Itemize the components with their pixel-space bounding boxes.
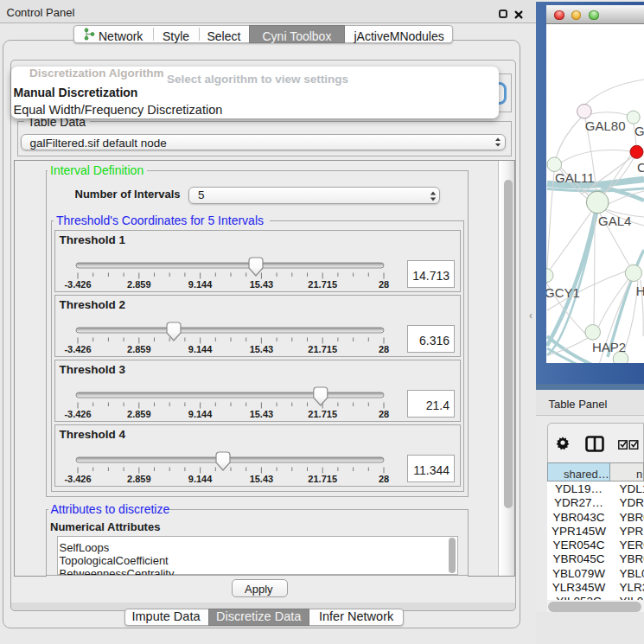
svg-text:C: C bbox=[637, 160, 644, 175]
svg-text:21.715: 21.715 bbox=[308, 279, 337, 290]
svg-text:28: 28 bbox=[379, 409, 389, 419]
svg-text:-3.426: -3.426 bbox=[64, 279, 91, 290]
svg-text:GAL11: GAL11 bbox=[555, 170, 595, 185]
svg-text:GAL80: GAL80 bbox=[585, 118, 626, 133]
svg-text:2.859: 2.859 bbox=[127, 279, 151, 290]
svg-text:-3.426: -3.426 bbox=[64, 409, 91, 419]
svg-text:9.144: 9.144 bbox=[188, 474, 213, 484]
svg-text:15.43: 15.43 bbox=[250, 279, 274, 290]
svg-text:28: 28 bbox=[379, 344, 389, 354]
svg-text:15.43: 15.43 bbox=[250, 344, 274, 354]
svg-text:9.144: 9.144 bbox=[188, 279, 213, 290]
svg-text:2.859: 2.859 bbox=[127, 344, 151, 354]
svg-text:GCY1: GCY1 bbox=[546, 285, 580, 300]
svg-text:2.859: 2.859 bbox=[127, 474, 151, 484]
svg-text:-3.426: -3.426 bbox=[64, 344, 91, 354]
svg-text:9.144: 9.144 bbox=[188, 344, 213, 354]
svg-text:28: 28 bbox=[379, 474, 389, 484]
svg-text:28: 28 bbox=[379, 279, 389, 290]
svg-text:-3.426: -3.426 bbox=[64, 474, 91, 484]
svg-text:21.715: 21.715 bbox=[308, 474, 337, 484]
svg-text:HAP2: HAP2 bbox=[592, 340, 626, 354]
svg-text:15.43: 15.43 bbox=[250, 474, 274, 484]
svg-text:2.859: 2.859 bbox=[127, 409, 151, 419]
svg-text:9.144: 9.144 bbox=[188, 409, 213, 419]
svg-text:21.715: 21.715 bbox=[308, 409, 337, 419]
svg-text:H: H bbox=[636, 284, 644, 298]
svg-text:GA: GA bbox=[634, 124, 644, 138]
svg-text:21.715: 21.715 bbox=[308, 344, 337, 354]
svg-text:GAL4: GAL4 bbox=[598, 214, 631, 228]
svg-text:15.43: 15.43 bbox=[250, 409, 274, 419]
